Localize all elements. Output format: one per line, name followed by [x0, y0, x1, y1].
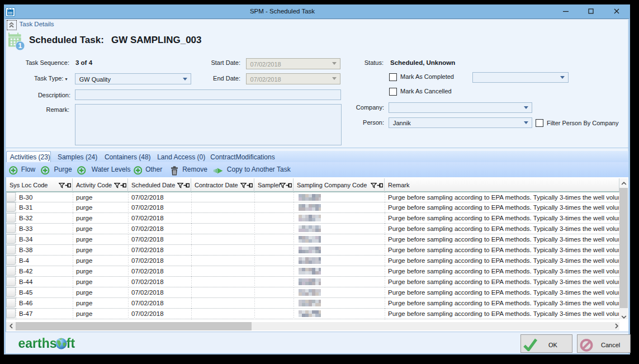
svg-text:1: 1 — [18, 42, 22, 50]
